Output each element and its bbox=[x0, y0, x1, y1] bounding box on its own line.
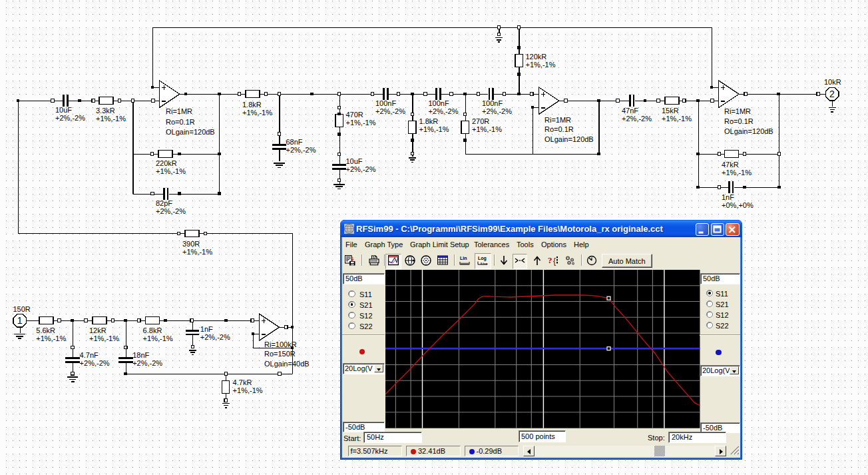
svg-text:4.7nF: 4.7nF bbox=[80, 351, 99, 359]
svg-text:1: 1 bbox=[17, 315, 23, 326]
svg-text:+1%,-1%: +1%,-1% bbox=[156, 167, 186, 175]
svg-text:+1%,-1%: +1%,-1% bbox=[662, 115, 692, 123]
svg-text:+1%,-1%: +1%,-1% bbox=[89, 334, 119, 342]
svg-text:+2%,-2%: +2%,-2% bbox=[200, 333, 230, 341]
svg-text:1.8kR: 1.8kR bbox=[419, 117, 439, 125]
svg-text:OLgain=40dB: OLgain=40dB bbox=[264, 360, 310, 368]
svg-text:82pF: 82pF bbox=[156, 199, 172, 207]
svg-text:4.7kR: 4.7kR bbox=[233, 378, 252, 386]
svg-text:100nF: 100nF bbox=[482, 99, 503, 107]
svg-text:1nF: 1nF bbox=[200, 325, 213, 333]
svg-text:470R: 470R bbox=[346, 111, 363, 119]
svg-text:Ri=1MR: Ri=1MR bbox=[544, 116, 571, 124]
svg-text:47kR: 47kR bbox=[722, 161, 739, 169]
svg-text:5.6kR: 5.6kR bbox=[36, 326, 55, 334]
svg-text:1.8kR: 1.8kR bbox=[242, 101, 262, 109]
svg-text:+2%,-2%: +2%,-2% bbox=[80, 359, 110, 367]
svg-text:+1%,-1%: +1%,-1% bbox=[143, 334, 173, 342]
svg-text:OLgain=120dB: OLgain=120dB bbox=[544, 135, 594, 143]
svg-text:68nF: 68nF bbox=[286, 138, 303, 146]
svg-text:120kR: 120kR bbox=[526, 53, 547, 61]
svg-text:+1%,-1%: +1%,-1% bbox=[233, 386, 263, 394]
svg-text:+2%,-2%: +2%,-2% bbox=[286, 146, 316, 154]
svg-text:OLgain=120dB: OLgain=120dB bbox=[724, 127, 773, 135]
svg-text:+1%,-1%: +1%,-1% bbox=[526, 61, 556, 69]
svg-text:+1%,-1%: +1%,-1% bbox=[419, 125, 449, 133]
svg-text:Ro=0.1R: Ro=0.1R bbox=[544, 125, 574, 133]
svg-text:Ro=0.1R: Ro=0.1R bbox=[166, 118, 195, 126]
svg-text:Ro=150R: Ro=150R bbox=[264, 350, 296, 358]
svg-text:1nF: 1nF bbox=[722, 193, 734, 201]
svg-text:6.8kR: 6.8kR bbox=[143, 326, 162, 334]
svg-text:+2%,-2%: +2%,-2% bbox=[55, 114, 85, 122]
svg-text:10uF: 10uF bbox=[346, 157, 363, 165]
svg-text:150R: 150R bbox=[13, 305, 31, 313]
svg-text:+2%,-2%: +2%,-2% bbox=[346, 165, 376, 173]
svg-text:+2%,-2%: +2%,-2% bbox=[156, 207, 186, 215]
svg-text:+1%,-1%: +1%,-1% bbox=[36, 334, 66, 342]
svg-text:+1%,-1%: +1%,-1% bbox=[472, 125, 502, 133]
svg-text:+2%,-2%: +2%,-2% bbox=[482, 107, 512, 115]
svg-text:OLgain=120dB: OLgain=120dB bbox=[166, 128, 215, 136]
svg-text:+1%,-1%: +1%,-1% bbox=[346, 119, 376, 127]
svg-text:Ro=0.1R: Ro=0.1R bbox=[724, 117, 754, 125]
svg-text:Lin: Lin bbox=[460, 256, 467, 260]
svg-text:+1%,-1%: +1%,-1% bbox=[722, 169, 752, 177]
svg-text:+0%,+0%: +0%,+0% bbox=[722, 201, 754, 209]
svg-text:270R: 270R bbox=[472, 117, 489, 125]
svg-text:15kR: 15kR bbox=[662, 107, 679, 115]
svg-text:Ri=100kR: Ri=100kR bbox=[264, 340, 297, 348]
svg-text:{: { bbox=[553, 256, 556, 266]
svg-text:Ri=1MR: Ri=1MR bbox=[166, 107, 192, 115]
svg-text:47nF: 47nF bbox=[622, 107, 638, 115]
svg-text:?: ? bbox=[548, 255, 552, 265]
svg-text:100nF: 100nF bbox=[429, 99, 449, 107]
svg-text:18nF: 18nF bbox=[132, 351, 149, 359]
svg-text:220kR: 220kR bbox=[156, 159, 177, 167]
svg-text:12kR: 12kR bbox=[89, 326, 107, 334]
svg-text:2: 2 bbox=[829, 89, 835, 99]
svg-text:3.3kR: 3.3kR bbox=[96, 107, 115, 115]
svg-text:+2%,-2%: +2%,-2% bbox=[429, 107, 459, 115]
svg-text:Ri=1MR: Ri=1MR bbox=[724, 107, 751, 115]
svg-text:100nF: 100nF bbox=[375, 99, 396, 107]
svg-text:+1%,-1%: +1%,-1% bbox=[242, 109, 272, 117]
svg-text:+2%,-2%: +2%,-2% bbox=[375, 107, 405, 115]
svg-text:+2%,-2%: +2%,-2% bbox=[132, 359, 162, 367]
svg-text:10kR: 10kR bbox=[824, 78, 841, 86]
svg-text:+1%,-1%: +1%,-1% bbox=[96, 115, 126, 123]
svg-text:390R: 390R bbox=[182, 240, 200, 248]
svg-text:+1%,-1%: +1%,-1% bbox=[182, 248, 212, 256]
svg-text:Log: Log bbox=[478, 256, 487, 261]
svg-text:10uF: 10uF bbox=[55, 106, 72, 114]
svg-text:+2%,-2%: +2%,-2% bbox=[622, 115, 652, 123]
